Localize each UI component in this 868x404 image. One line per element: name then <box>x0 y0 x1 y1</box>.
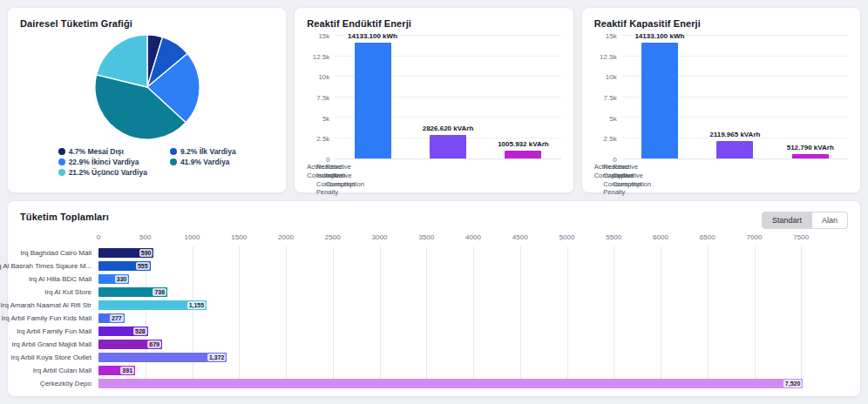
x-axis: Active ConsumptionReactive Inductive Con… <box>307 159 335 182</box>
legend-item-label: 41.9% Vardiya <box>180 158 230 166</box>
y-axis-tick-label: 0 <box>613 156 616 164</box>
capacitive-bar-chart: 02.5k5k7.5k10k12.5k15k14133.100 kWh2119.… <box>594 36 848 182</box>
bar <box>716 141 753 158</box>
bar-value-label: 2826.620 kVArh <box>423 125 474 132</box>
bar-value-label: 14133.100 kWh <box>348 32 397 40</box>
view-mode-segmented-control: Standart Alan <box>762 212 848 229</box>
y-axis: 02.5k5k7.5k10k12.5k15k <box>307 36 335 159</box>
bar-value-label: 2119.965 kVArh <box>709 131 760 138</box>
bar-value-label: 14133.100 kWh <box>634 32 684 40</box>
category-label: Irq Al Basrah Times Sqaure M... <box>20 259 98 273</box>
bar: 7,520 <box>98 379 803 388</box>
bar-row: 1,372 <box>98 351 848 364</box>
bar: 391 <box>98 366 135 375</box>
legend-dot <box>58 169 65 176</box>
plot-area: 5905553307361,1552775286791,3723917,520 <box>98 246 848 390</box>
bar-value-label: 512.790 kVArh <box>787 144 834 152</box>
category-label: Active Consumption <box>594 159 604 182</box>
y-axis-tick-label: 7.5k <box>604 94 617 102</box>
pie-card: Dairesel Tüketim Grafiği 4.7% Mesai Dışı… <box>7 7 287 193</box>
y-axis-tick-label: 15k <box>318 32 329 40</box>
y-axis-tick-label: 10k <box>318 73 329 81</box>
category-label: Irq Al Hilla BDC Mall <box>20 273 98 286</box>
legend-item[interactable]: 41.9% Vardiya <box>170 158 236 166</box>
y-axis-tick-label: 2.5k <box>316 135 329 143</box>
bar-row: 528 <box>98 325 848 338</box>
bar-value-label: 1,155 <box>187 301 207 309</box>
x-axis-tick-label: 4000 <box>465 233 481 241</box>
bar: 1,155 <box>98 300 207 310</box>
axis-corner <box>20 232 98 246</box>
bar-value-label: 555 <box>136 262 150 270</box>
y-axis-tick-label: 7.5k <box>316 94 329 102</box>
bar-row: 7,520 <box>98 377 848 390</box>
bar <box>792 154 829 158</box>
y-axis: 02.5k5k7.5k10k12.5k15k <box>594 36 622 159</box>
legend-item-label: 4.7% Mesai Dışı <box>69 147 124 156</box>
bar <box>505 151 541 158</box>
category-label: Irq Arbil Culan Mall <box>20 364 98 377</box>
bar: 528 <box>98 327 148 336</box>
totals-bar-chart: 0500100015002000250030003500400045005000… <box>20 232 848 390</box>
category-label: Irq Baghdad Cairo Mall <box>20 246 98 259</box>
category-label: Irq Amarah Naamat Al Rifi Str <box>20 299 98 312</box>
x-axis: Active ConsumptionReactive Capacitive Co… <box>594 159 622 182</box>
x-axis-tick-label: 2500 <box>325 233 341 241</box>
top-row: Dairesel Tüketim Grafiği 4.7% Mesai Dışı… <box>7 7 861 193</box>
totals-card-title: Tüketim Toplamları <box>20 212 109 222</box>
bar: 1,372 <box>98 353 227 362</box>
category-label: Reactive Capacitive Consumption Penalty <box>603 159 613 182</box>
x-axis-tick-label: 7500 <box>793 233 809 241</box>
x-axis-tick-label: 6000 <box>653 233 668 241</box>
x-axis-tick-label: 500 <box>139 233 151 241</box>
x-axis-tick-label: 2000 <box>278 233 294 241</box>
legend-item[interactable]: 9.2% İlk Vardiya <box>170 147 236 156</box>
inductive-card-title: Reaktif Endüktif Enerji <box>307 18 560 29</box>
bar-row: 736 <box>98 286 848 299</box>
standart-view-button[interactable]: Standart <box>762 212 812 229</box>
plot-area: 14133.100 kWh2119.965 kVArh512.790 kVArh <box>622 36 848 159</box>
legend-dot <box>170 148 177 155</box>
bar: 330 <box>98 274 129 284</box>
y-axis-tick-label: 2.5k <box>604 135 617 143</box>
inductive-bar-chart: 02.5k5k7.5k10k12.5k15k14133.100 kWh2826.… <box>307 36 560 182</box>
bar <box>355 43 391 158</box>
bar-value-label: 528 <box>133 327 147 335</box>
category-label: Çerkezköy Depo <box>20 377 98 390</box>
inductive-energy-card: Reaktif Endüktif Enerji 02.5k5k7.5k10k12… <box>294 7 573 193</box>
bar-row: 590 <box>98 246 848 259</box>
legend-item[interactable]: 4.7% Mesai Dışı <box>58 147 147 156</box>
y-axis-tick-label: 15k <box>606 32 617 40</box>
bar: 679 <box>98 340 162 349</box>
pie-legend: 4.7% Mesai Dışı9.2% İlk Vardiya22.9% İki… <box>58 147 236 177</box>
bar-value-label: 590 <box>139 249 153 257</box>
legend-item[interactable]: 21.2% Üçüncü Vardiya <box>58 168 147 177</box>
alan-view-button[interactable]: Alan <box>812 212 848 229</box>
bar-row: 391 <box>98 364 848 377</box>
x-axis-tick-label: 3000 <box>372 233 388 241</box>
y-axis-tick-label: 0 <box>326 156 329 164</box>
bar-value-label: 1005.932 kVArh <box>498 140 549 148</box>
bar-row: 679 <box>98 338 848 351</box>
bar-value-label: 391 <box>120 367 134 374</box>
bar-value-label: 277 <box>110 314 124 322</box>
y-axis-tick-label: 10k <box>606 73 617 81</box>
bar-row: 1,155 <box>98 299 848 312</box>
bar: 590 <box>98 248 153 258</box>
legend-item[interactable]: 22.9% İkinci Vardiya <box>58 158 147 166</box>
y-axis-tick-label: 12.5k <box>313 52 330 60</box>
bar-row: 555 <box>98 259 848 273</box>
x-axis-tick-label: 6500 <box>700 233 715 241</box>
x-axis-tick-label: 5000 <box>559 233 575 241</box>
pie-chart-body: 4.7% Mesai Dışı9.2% İlk Vardiya22.9% İki… <box>20 29 274 182</box>
bar: 277 <box>98 313 125 323</box>
bar: 555 <box>98 261 151 271</box>
category-label: Irq Arbil Family Fun Mall <box>20 325 98 338</box>
x-axis-tick-label: 5500 <box>606 233 621 241</box>
bar-value-label: 330 <box>115 275 129 283</box>
category-labels: Irq Baghdad Cairo MallIrq Al Basrah Time… <box>20 246 98 390</box>
bar-value-label: 679 <box>147 340 161 348</box>
plot-area: 14133.100 kWh2826.620 kVArh1005.932 kVAr… <box>335 36 560 159</box>
x-axis-tick-label: 1500 <box>231 233 247 241</box>
totals-header: Tüketim Toplamları Standart Alan <box>20 212 848 229</box>
